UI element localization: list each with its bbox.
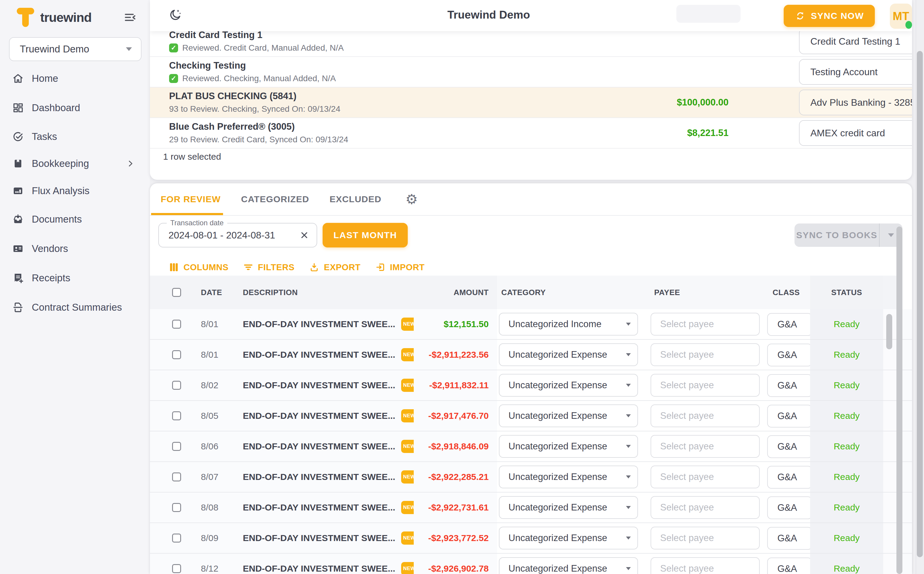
sidebar-item-tasks[interactable]: Tasks xyxy=(0,123,150,150)
account-status-line: 29 to Review. Credit Card, Synced On: 09… xyxy=(169,135,619,144)
sidebar-item-dashboard[interactable]: Dashboard xyxy=(0,93,150,123)
account-mapping-select[interactable]: AMEX credit card xyxy=(799,120,912,146)
sync-to-books-button[interactable]: SYNC TO BOOKS xyxy=(794,224,902,247)
payee-input[interactable]: Select payee xyxy=(650,496,760,519)
tab-excluded[interactable]: EXCLUDED xyxy=(329,194,381,204)
col-category: CATEGORY xyxy=(497,276,647,309)
payee-input[interactable]: Select payee xyxy=(650,374,760,397)
tab-for-review[interactable]: FOR REVIEW xyxy=(161,194,221,204)
row-checkbox[interactable] xyxy=(172,564,181,573)
status-badge: Ready xyxy=(810,401,883,431)
category-select[interactable]: Uncategorized Income xyxy=(499,313,638,336)
import-icon xyxy=(376,262,385,272)
row-checkbox[interactable] xyxy=(172,442,181,451)
payee-input[interactable]: Select payee xyxy=(650,465,760,488)
category-select[interactable]: Uncategorized Expense xyxy=(499,496,638,519)
account-status-line: ✓ Reviewed. Checking, Manual Added, N/A xyxy=(169,74,619,83)
chevron-down-icon xyxy=(626,414,631,417)
export-button[interactable]: EXPORT xyxy=(309,262,360,272)
transaction-row: 8/08 END-OF-DAY INVESTMENT SWEE... NEW -… xyxy=(150,492,912,523)
account-row[interactable]: PLAT BUS CHECKING (5841) 93 to Review. C… xyxy=(150,87,912,118)
columns-button[interactable]: COLUMNS xyxy=(169,262,228,272)
card-scrollbar[interactable] xyxy=(896,227,902,574)
select-all-checkbox[interactable] xyxy=(172,288,181,297)
sidebar-collapse-icon[interactable] xyxy=(123,11,137,24)
transaction-description: END-OF-DAY INVESTMENT SWEE... xyxy=(243,441,395,451)
transaction-amount: -$2,926,902.78 xyxy=(414,554,497,574)
last-month-button[interactable]: LAST MONTH xyxy=(323,223,408,248)
category-select[interactable]: Uncategorized Expense xyxy=(499,465,638,488)
transaction-date: 8/01 xyxy=(201,309,243,339)
row-checkbox[interactable] xyxy=(172,533,181,542)
category-select[interactable]: Uncategorized Expense xyxy=(499,404,638,427)
category-select[interactable]: Uncategorized Expense xyxy=(499,527,638,549)
payee-input[interactable]: Select payee xyxy=(650,435,760,458)
clear-date-icon[interactable] xyxy=(300,231,309,240)
chevron-down-icon xyxy=(626,536,631,539)
sidebar-item-bookkeeping[interactable]: Bookkeeping xyxy=(0,150,150,177)
class-select[interactable]: G&A xyxy=(767,344,810,366)
class-select[interactable]: G&A xyxy=(767,405,810,427)
account-row[interactable]: Blue Cash Preferred® (3005) 29 to Review… xyxy=(150,118,912,148)
filters-button[interactable]: FILTERS xyxy=(244,262,294,272)
class-select[interactable]: G&A xyxy=(767,313,810,336)
transactions-table: DATE DESCRIPTION AMOUNT CATEGORY PAYEE C… xyxy=(150,276,912,574)
sidebar-item-home[interactable]: Home xyxy=(0,64,150,93)
class-select[interactable]: G&A xyxy=(767,558,810,574)
table-scrollbar[interactable] xyxy=(886,314,892,349)
chevron-down-icon xyxy=(626,506,631,509)
page-scrollbar[interactable] xyxy=(916,0,924,574)
workspace-selector[interactable]: Truewind Demo xyxy=(9,37,141,61)
row-checkbox[interactable] xyxy=(172,350,181,359)
status-badge: Ready xyxy=(810,431,883,461)
new-badge: NEW xyxy=(401,317,414,331)
category-select[interactable]: Uncategorized Expense xyxy=(499,374,638,397)
class-select[interactable]: G&A xyxy=(767,497,810,519)
new-badge: NEW xyxy=(401,562,414,574)
transaction-date: 8/08 xyxy=(201,492,243,522)
sidebar-item-receipts[interactable]: Receipts xyxy=(0,263,150,293)
sidebar-item-flux-analysis[interactable]: Flux Analysis xyxy=(0,177,150,205)
account-mapping-select[interactable]: Adv Plus Banking - 3285 xyxy=(799,90,912,115)
row-checkbox[interactable] xyxy=(172,381,181,390)
date-filter-label: Transaction date xyxy=(167,219,227,227)
payee-input[interactable]: Select payee xyxy=(650,527,760,549)
dark-mode-toggle[interactable] xyxy=(168,8,182,22)
category-select[interactable]: Uncategorized Expense xyxy=(499,557,638,574)
reviewed-check-icon: ✓ xyxy=(169,74,178,83)
class-select[interactable]: G&A xyxy=(767,374,810,397)
transaction-date-filter[interactable]: Transaction date 2024-08-01 - 2024-08-31 xyxy=(158,223,317,248)
class-select[interactable]: G&A xyxy=(767,435,810,458)
row-checkbox[interactable] xyxy=(172,503,181,512)
class-select[interactable]: G&A xyxy=(767,466,810,489)
status-badge: Ready xyxy=(810,462,883,492)
filters-icon xyxy=(244,262,253,272)
page-scrollbar-thumb[interactable] xyxy=(917,51,923,557)
payee-input[interactable]: Select payee xyxy=(650,343,760,366)
sync-now-button[interactable]: SYNC NOW xyxy=(784,5,875,27)
account-row[interactable]: Checking Testing ✓ Reviewed. Checking, M… xyxy=(150,57,912,87)
payee-input[interactable]: Select payee xyxy=(650,313,760,336)
sidebar-item-contract-summaries[interactable]: Contract Summaries xyxy=(0,293,150,322)
account-mapping-select[interactable]: Credit Card Testing 1 xyxy=(799,28,912,54)
sync-icon xyxy=(795,11,805,21)
class-select[interactable]: G&A xyxy=(767,527,810,550)
transaction-description: END-OF-DAY INVESTMENT SWEE... xyxy=(243,319,395,329)
account-name: Checking Testing xyxy=(169,60,619,71)
sidebar-item-vendors[interactable]: Vendors xyxy=(0,234,150,263)
tab-categorized[interactable]: CATEGORIZED xyxy=(241,194,309,204)
import-button[interactable]: IMPORT xyxy=(376,262,425,272)
payee-input[interactable]: Select payee xyxy=(650,404,760,427)
payee-input[interactable]: Select payee xyxy=(650,557,760,574)
category-select[interactable]: Uncategorized Expense xyxy=(499,435,638,458)
sidebar-item-documents[interactable]: Documents xyxy=(0,205,150,234)
row-checkbox[interactable] xyxy=(172,411,181,420)
transaction-row: 8/01 END-OF-DAY INVESTMENT SWEE... NEW -… xyxy=(150,340,912,370)
account-mapping-select[interactable]: Testing Account xyxy=(799,59,912,85)
avatar[interactable]: MT xyxy=(890,3,912,29)
row-checkbox[interactable] xyxy=(172,472,181,481)
category-select[interactable]: Uncategorized Expense xyxy=(499,343,638,366)
row-checkbox[interactable] xyxy=(172,320,181,329)
transaction-date: 8/01 xyxy=(201,340,243,370)
gear-icon[interactable]: ⚙ xyxy=(405,192,418,206)
